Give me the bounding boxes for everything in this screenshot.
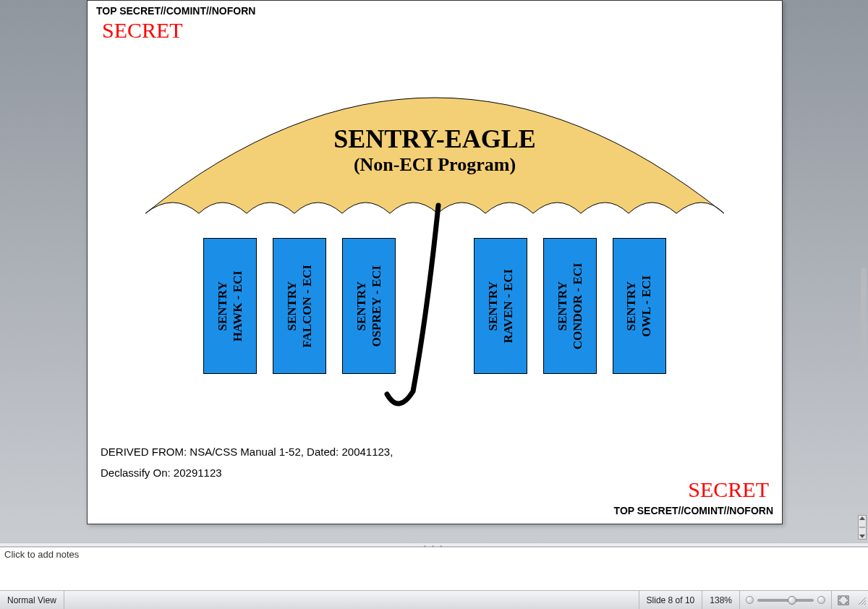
zoom-track[interactable]	[757, 599, 814, 602]
program-name-line1: SENTRY	[485, 269, 501, 344]
umbrella-title: SENTRY-EAGLE	[138, 124, 731, 154]
notes-placeholder: Click to add notes	[4, 549, 79, 560]
svg-line-3	[864, 603, 866, 605]
program-name-line2: RAVEN - ECI	[501, 269, 516, 344]
zoom-slider[interactable]	[740, 591, 832, 609]
program-name-line1: SENTRY	[624, 275, 639, 336]
umbrella-graphic: SENTRY-EAGLE (Non-ECI Program)	[138, 69, 731, 231]
umbrella-subtitle: (Non-ECI Program)	[138, 154, 731, 176]
fit-to-window-button[interactable]	[832, 591, 855, 609]
program-name-line1: SENTRY	[354, 265, 369, 347]
classification-header: TOP SECRET//COMINT//NOFORN	[96, 5, 255, 17]
view-mode-label[interactable]: Normal View	[0, 591, 64, 609]
slide[interactable]: TOP SECRET//COMINT//NOFORN SECRET SENTRY…	[87, 0, 783, 524]
scroll-down-icon[interactable]	[859, 535, 865, 538]
program-box: SENTRYFALCON - ECI	[273, 238, 326, 374]
zoom-knob[interactable]	[788, 596, 796, 605]
scroll-divider-icon	[859, 527, 865, 528]
program-name-line2: OWL - ECI	[639, 275, 655, 336]
vertical-scroll-stepper[interactable]	[858, 515, 867, 540]
zoom-out-icon[interactable]	[746, 596, 754, 604]
resize-grip-icon	[856, 595, 867, 605]
splitter-grip-icon: ● ● ●	[423, 544, 444, 548]
status-bar: Normal View Slide 8 of 10 138%	[0, 590, 868, 609]
pane-splitter[interactable]: ● ● ●	[0, 542, 868, 547]
derivation-block: DERIVED FROM: NSA/CSS Manual 1-52, Dated…	[101, 442, 393, 483]
umbrella-handle-gap	[412, 238, 458, 374]
vertical-scrollbar-thumb[interactable]	[861, 268, 867, 362]
program-box: SENTRYCONDOR - ECI	[543, 238, 597, 374]
slide-editor-canvas[interactable]: TOP SECRET//COMINT//NOFORN SECRET SENTRY…	[0, 0, 868, 542]
window-resize-grip[interactable]	[855, 591, 868, 609]
program-name-line2: CONDOR - ECI	[570, 263, 585, 349]
program-name-line1: SENTRY	[215, 271, 230, 341]
classification-footer: TOP SECRET//COMINT//NOFORN	[614, 505, 773, 516]
program-name-line1: SENTRY	[284, 265, 299, 348]
zoom-percent-label[interactable]: 138%	[702, 591, 740, 609]
program-box: SENTRYRAVEN - ECI	[474, 238, 527, 374]
program-row: SENTRYHAWK - ECISENTRYFALCON - ECISENTRY…	[203, 238, 666, 374]
secret-label-top: SECRET	[102, 18, 183, 43]
declassify-line: Declassify On: 20291123	[101, 463, 393, 484]
program-box: SENTRYHAWK - ECI	[203, 238, 257, 374]
program-box: SENTRYOWL - ECI	[613, 238, 666, 374]
program-name-line2: HAWK - ECI	[230, 271, 245, 341]
program-name-line2: FALCON - ECI	[299, 265, 315, 348]
program-name-line1: SENTRY	[555, 263, 570, 349]
zoom-in-icon[interactable]	[817, 596, 825, 604]
derived-from-line: DERIVED FROM: NSA/CSS Manual 1-52, Dated…	[101, 442, 393, 463]
scroll-up-icon[interactable]	[859, 516, 865, 520]
secret-label-bottom: SECRET	[688, 477, 769, 502]
slide-counter: Slide 8 of 10	[639, 591, 703, 609]
notes-pane[interactable]: Click to add notes	[0, 547, 868, 590]
program-box: SENTRYOSPREY - ECI	[342, 238, 396, 374]
fit-window-icon	[838, 595, 849, 605]
program-name-line2: OSPREY - ECI	[369, 265, 384, 347]
